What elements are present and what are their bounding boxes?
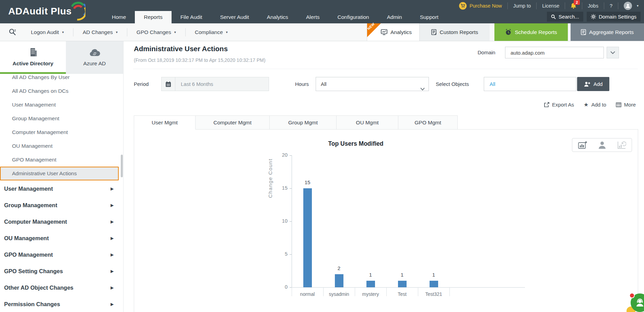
- menu-compliance-label: Compliance: [195, 29, 223, 35]
- section-user-management[interactable]: User Management▶: [0, 180, 123, 197]
- chevron-down-icon: ▾: [62, 30, 64, 34]
- menu-ad-changes[interactable]: AD Changes ▾: [73, 28, 127, 36]
- sidebar-item-group-management[interactable]: Group Management: [0, 112, 123, 125]
- purchase-now-link[interactable]: Purchase Now: [454, 2, 507, 9]
- jobs-link[interactable]: Jobs: [582, 2, 604, 9]
- section-group-management[interactable]: Group Management▶: [0, 197, 123, 213]
- bar-chart: 0510152015normal2sysadmin1mystery1Test1T…: [124, 41, 644, 312]
- nav-item-admin[interactable]: Admin: [378, 11, 411, 23]
- section-gpo-setting-changes[interactable]: GPO Setting Changes▶: [0, 263, 123, 279]
- section-computer-management[interactable]: Computer Management▶: [0, 213, 123, 230]
- sidebar-item-all-ad-changes-on-dcs[interactable]: All AD Changes on DCs: [0, 84, 123, 98]
- bar-Test[interactable]: [398, 281, 407, 287]
- x-tick-mark: [449, 287, 450, 296]
- section-gpo-management[interactable]: GPO Management▶: [0, 246, 123, 263]
- schedule-reports-button[interactable]: Schedule Reports: [494, 23, 568, 41]
- custom-reports-button[interactable]: Custom Reports: [419, 23, 490, 41]
- nav-item-server-audit[interactable]: Server Audit: [211, 11, 258, 23]
- chevron-right-icon: ▶: [111, 269, 114, 274]
- section-label: Permission Changes: [4, 301, 60, 308]
- y-tick-label: 15: [270, 185, 288, 191]
- sidebar-item-administrative-user-actions[interactable]: Administrative User Actions: [0, 167, 119, 180]
- help-button[interactable]: ?: [604, 2, 618, 9]
- sidebar-item-computer-management[interactable]: Computer Management: [0, 125, 123, 139]
- aggregate-reports-button[interactable]: Aggregate Reports: [571, 23, 644, 41]
- tab-azure-ad[interactable]: Azure AD: [66, 41, 123, 74]
- tab-user-mgmt[interactable]: User Mgmt: [134, 115, 196, 130]
- cart-icon: [459, 2, 467, 10]
- logo-text: ADAudit Plus: [8, 6, 72, 17]
- nav-item-configuration[interactable]: Configuration: [329, 11, 378, 23]
- chat-notification-dot: [629, 293, 635, 298]
- subnav-menus: Logon Audit ▾ AD Changes ▾ GPO Changes ▾…: [0, 23, 237, 41]
- y-tick-label: 0: [270, 284, 288, 290]
- bar-Test321[interactable]: [430, 281, 438, 287]
- y-tick-label: 5: [270, 251, 288, 257]
- license-link[interactable]: License: [536, 2, 565, 9]
- chevron-down-icon: ▾: [226, 30, 228, 34]
- nav-item-alerts[interactable]: Alerts: [297, 11, 329, 23]
- analytics-button[interactable]: NEW Analytics: [367, 23, 419, 41]
- adaudit-plus-app: ADAudit Plus Purchase Now Jump to Licens…: [0, 0, 644, 312]
- chevron-right-icon: ▶: [111, 236, 114, 241]
- account-menu[interactable]: ▾: [618, 2, 644, 9]
- section-label: GPO Management: [4, 252, 53, 258]
- new-ribbon-label: NEW: [367, 22, 375, 31]
- nav-item-analytics[interactable]: Analytics: [258, 11, 297, 23]
- schedule-clock-icon: [505, 29, 512, 35]
- sidebar-item-ou-management[interactable]: OU Management: [0, 139, 123, 153]
- nav-item-file-audit[interactable]: File Audit: [172, 11, 211, 23]
- report-search-icon[interactable]: [9, 29, 16, 36]
- sidebar-item-gpo-management[interactable]: GPO Management: [0, 153, 123, 167]
- section-ou-management[interactable]: OU Management▶: [0, 230, 123, 246]
- subnav-actions: NEW Analytics Custom Reports Schedule Re…: [367, 23, 644, 41]
- chevron-right-icon: ▶: [111, 220, 114, 224]
- chevron-down-icon: ▾: [637, 4, 639, 8]
- avatar-icon: [624, 2, 632, 10]
- tab-active-directory-label: Active Directory: [13, 60, 54, 67]
- section-other-ad-object-changes[interactable]: Other AD Object Changes▶: [0, 279, 123, 296]
- tab-ou-mgmt[interactable]: OU Mgmt: [337, 115, 398, 130]
- help-label: ?: [610, 3, 612, 9]
- search-button[interactable]: Search...: [547, 12, 583, 22]
- purchase-now-label: Purchase Now: [469, 3, 502, 9]
- sidebar-item-user-management[interactable]: User Management: [0, 98, 123, 112]
- tab-gpo-mgmt[interactable]: GPO Mgmt: [398, 115, 458, 130]
- app-logo[interactable]: ADAudit Plus: [8, 2, 85, 21]
- bar-normal[interactable]: [303, 188, 312, 287]
- chevron-right-icon: ▶: [111, 203, 114, 208]
- bar-value-label: 15: [299, 179, 316, 185]
- tab-azure-ad-label: Azure AD: [83, 60, 106, 67]
- top-header: ADAudit Plus Purchase Now Jump to Licens…: [0, 0, 644, 23]
- nav-item-support[interactable]: Support: [411, 11, 447, 23]
- main-nav: Home Reports File Audit Server Audit Ana…: [103, 11, 447, 23]
- y-tick-label: 20: [270, 152, 288, 158]
- menu-logon-audit-label: Logon Audit: [31, 29, 59, 35]
- tab-active-directory[interactable]: Active Directory: [0, 41, 66, 74]
- section-permission-changes[interactable]: Permission Changes▶: [0, 296, 123, 312]
- bar-sysadmin[interactable]: [335, 274, 343, 287]
- menu-gpo-changes[interactable]: GPO Changes ▾: [127, 28, 186, 36]
- bar-value-label: 2: [330, 265, 348, 271]
- nav-item-home[interactable]: Home: [103, 11, 135, 23]
- reports-sidebar: Active Directory Azure AD All AD Changes…: [0, 41, 124, 312]
- report-tabs: User Mgmt Computer Mgmt Group Mgmt OU Mg…: [134, 115, 458, 130]
- x-axis-line: [292, 287, 525, 288]
- tab-group-mgmt[interactable]: Group Mgmt: [270, 115, 337, 130]
- bar-value-label: 1: [425, 272, 442, 278]
- chevron-right-icon: ▶: [111, 187, 114, 191]
- aggregate-reports-icon: [581, 29, 586, 35]
- tab-computer-mgmt[interactable]: Computer Mgmt: [196, 115, 270, 130]
- y-tick-mark: [290, 254, 292, 255]
- bar-mystery[interactable]: [366, 281, 375, 287]
- domain-settings-button[interactable]: Domain Settings: [587, 12, 641, 22]
- cloud-icon: [89, 48, 101, 57]
- notifications-button[interactable]: 2: [565, 2, 582, 9]
- nav-item-reports[interactable]: Reports: [135, 11, 171, 23]
- chevron-right-icon: ▶: [111, 253, 114, 257]
- custom-reports-icon: [431, 29, 437, 35]
- menu-ad-changes-label: AD Changes: [83, 29, 113, 35]
- menu-logon-audit[interactable]: Logon Audit ▾: [22, 28, 73, 36]
- menu-compliance[interactable]: Compliance ▾: [186, 28, 237, 36]
- jump-to-link[interactable]: Jump to: [507, 2, 537, 9]
